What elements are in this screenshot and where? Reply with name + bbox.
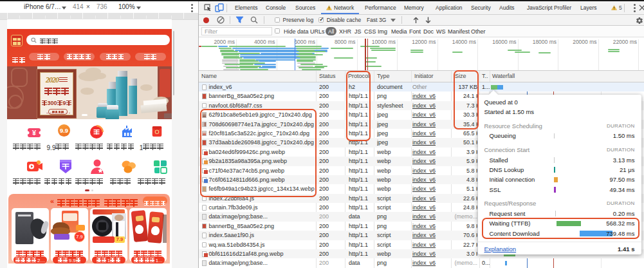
svg-text:¥: ¥ xyxy=(32,129,37,137)
